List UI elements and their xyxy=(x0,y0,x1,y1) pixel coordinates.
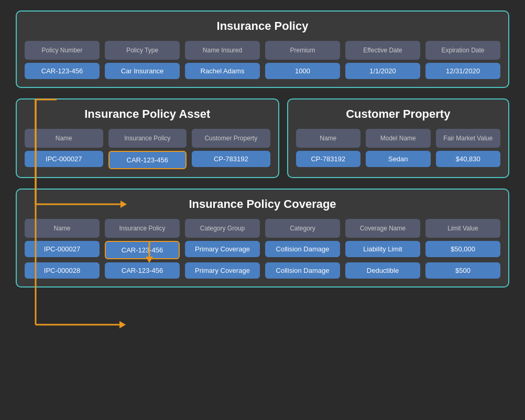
coverage-policy-label: Insurance Policy xyxy=(105,219,180,238)
asset-name-col: Name IPC-000027 xyxy=(25,129,103,169)
coverage-r1-name: IPC-000027 xyxy=(25,241,100,257)
coverage-category-label: Category xyxy=(265,219,340,238)
expiration-date-label: Expiration Date xyxy=(425,41,500,60)
coverage-catgroup-label: Category Group xyxy=(185,219,260,238)
insurance-policy-asset-section: Insurance Policy Asset Name IPC-000027 I… xyxy=(16,98,279,178)
property-fmv-col: Fair Market Value $40,830 xyxy=(436,129,500,167)
coverage-catgroup-col-header: Category Group xyxy=(185,219,260,238)
name-insured-label: Name Insured xyxy=(185,41,260,60)
property-name-label: Name xyxy=(296,129,360,148)
coverage-covname-label: Coverage Name xyxy=(345,219,420,238)
effective-date-col: Effective Date 1/1/2020 xyxy=(345,41,420,79)
customer-property-title: Customer Property xyxy=(296,107,500,121)
asset-policy-value: CAR-123-456 xyxy=(108,151,187,169)
coverage-r2-limit: $500 xyxy=(425,262,500,279)
property-name-value: CP-783192 xyxy=(296,151,360,167)
coverage-name-col-header: Name xyxy=(25,219,100,238)
property-fmv-label: Fair Market Value xyxy=(436,129,500,148)
coverage-r2-policy: CAR-123-456 xyxy=(105,262,180,279)
coverage-name-label: Name xyxy=(25,219,100,238)
coverage-limit-col-header: Limit Value xyxy=(425,219,500,238)
coverage-policy-col-header: Insurance Policy xyxy=(105,219,180,238)
name-insured-value: Rachel Adams xyxy=(185,63,260,79)
customer-property-section: Customer Property Name CP-783192 Model N… xyxy=(287,98,509,178)
coverage-title: Insurance Policy Coverage xyxy=(25,197,500,211)
coverage-covname-col-header: Coverage Name xyxy=(345,219,420,238)
property-model-label: Model Name xyxy=(366,129,430,148)
policy-type-label: Policy Type xyxy=(105,41,180,60)
coverage-r2-category: Collision Damage xyxy=(265,262,340,279)
asset-name-label: Name xyxy=(25,129,103,148)
coverage-limit-label: Limit Value xyxy=(425,219,500,238)
premium-value: 1000 xyxy=(265,63,340,79)
policy-type-col: Policy Type Car Insurance xyxy=(105,41,180,79)
property-model-col: Model Name Sedan xyxy=(366,129,430,167)
coverage-row-1: IPC-000027 CAR-123-456 Primary Coverage … xyxy=(25,241,500,259)
coverage-category-col-header: Category xyxy=(265,219,340,238)
asset-property-value: CP-783192 xyxy=(192,151,270,167)
coverage-row-2: IPC-000028 CAR-123-456 Primary Coverage … xyxy=(25,262,500,279)
coverage-r2-covname: Deductible xyxy=(345,262,420,279)
asset-policy-label: Insurance Policy xyxy=(108,129,187,148)
policy-number-value: CAR-123-456 xyxy=(25,63,100,79)
premium-col: Premium 1000 xyxy=(265,41,340,79)
asset-name-value: IPC-000027 xyxy=(25,151,103,167)
coverage-r1-catgroup: Primary Coverage xyxy=(185,241,260,257)
effective-date-value: 1/1/2020 xyxy=(345,63,420,79)
coverage-r1-covname: Liability Limit xyxy=(345,241,420,257)
coverage-r1-category: Collision Damage xyxy=(265,241,340,257)
asset-fields: Name IPC-000027 Insurance Policy CAR-123… xyxy=(25,129,270,169)
insurance-policy-coverage-section: Insurance Policy Coverage Name Insurance… xyxy=(16,189,509,288)
coverage-r1-limit: $50,000 xyxy=(425,241,500,257)
insurance-policy-fields: Policy Number CAR-123-456 Policy Type Ca… xyxy=(25,41,500,79)
policy-type-value: Car Insurance xyxy=(105,63,180,79)
coverage-header-row: Name Insurance Policy Category Group Cat… xyxy=(25,219,500,238)
insurance-policy-section: Insurance Policy Policy Number CAR-123-4… xyxy=(16,10,509,88)
coverage-r2-name: IPC-000028 xyxy=(25,262,100,279)
expiration-date-value: 12/31/2020 xyxy=(425,63,500,79)
premium-label: Premium xyxy=(265,41,340,60)
asset-policy-col: Insurance Policy CAR-123-456 xyxy=(108,129,187,169)
property-model-value: Sedan xyxy=(366,151,430,167)
property-name-col: Name CP-783192 xyxy=(296,129,360,167)
svg-marker-7 xyxy=(119,321,126,328)
property-fmv-value: $40,830 xyxy=(436,151,500,167)
policy-number-label: Policy Number xyxy=(25,41,100,60)
insurance-policy-asset-title: Insurance Policy Asset xyxy=(25,107,270,121)
policy-number-col: Policy Number CAR-123-456 xyxy=(25,41,100,79)
insurance-policy-title: Insurance Policy xyxy=(25,19,500,33)
name-insured-col: Name Insured Rachel Adams xyxy=(185,41,260,79)
expiration-date-col: Expiration Date 12/31/2020 xyxy=(425,41,500,79)
asset-property-label: Customer Property xyxy=(192,129,270,148)
effective-date-label: Effective Date xyxy=(345,41,420,60)
property-fields: Name CP-783192 Model Name Sedan Fair Mar… xyxy=(296,129,500,167)
asset-property-col: Customer Property CP-783192 xyxy=(192,129,270,169)
coverage-r1-policy: CAR-123-456 xyxy=(105,241,180,259)
coverage-r2-catgroup: Primary Coverage xyxy=(185,262,260,279)
